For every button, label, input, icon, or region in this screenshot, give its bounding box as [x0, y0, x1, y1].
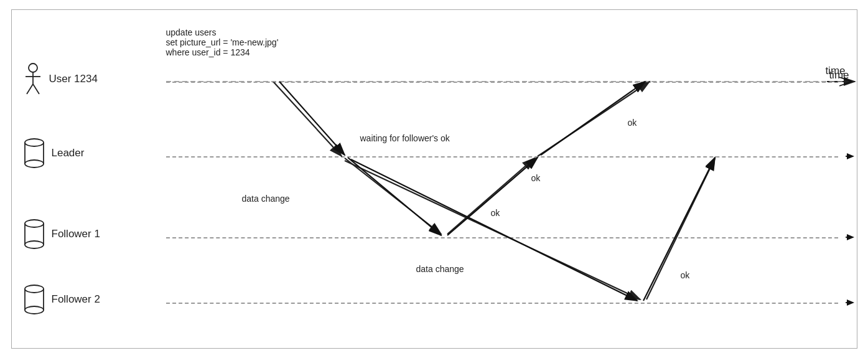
svg-line-4 — [33, 84, 39, 94]
cylinder-follower1-icon — [23, 219, 45, 250]
svg-line-21 — [345, 158, 441, 234]
actor-follower1: Follower 1 — [23, 219, 100, 250]
arrows-overlay — [12, 10, 857, 348]
svg-marker-43 — [847, 299, 854, 306]
svg-point-16 — [25, 306, 44, 314]
label-ok-follower1: ok — [491, 208, 500, 218]
person-icon — [23, 63, 43, 95]
svg-point-9 — [25, 220, 44, 227]
timeline-leader — [166, 156, 838, 158]
svg-point-8 — [25, 160, 44, 167]
follower1-label: Follower 1 — [52, 228, 100, 240]
sql-annotation: update users set picture_url = 'me-new.j… — [166, 27, 279, 57]
svg-line-31 — [839, 82, 852, 86]
cylinder-follower2-icon — [23, 284, 45, 315]
svg-line-23 — [447, 158, 534, 234]
leader-label: Leader — [52, 147, 85, 159]
user-label: User 1234 — [49, 73, 98, 85]
svg-point-5 — [25, 139, 44, 146]
main-arrows-svg — [12, 10, 857, 348]
svg-line-36 — [643, 158, 715, 301]
svg-line-3 — [27, 84, 33, 94]
svg-marker-39 — [847, 153, 854, 159]
label-data-change2: data change — [416, 264, 464, 274]
label-waiting: waiting for follower's ok — [360, 133, 450, 143]
svg-line-33 — [348, 158, 441, 235]
svg-point-12 — [25, 241, 44, 248]
svg-line-20 — [273, 82, 342, 156]
svg-line-35 — [447, 158, 538, 235]
timeline-follower2 — [166, 303, 838, 304]
label-ok-follower2: ok — [681, 270, 690, 280]
svg-point-0 — [29, 64, 37, 72]
timeline-follower1 — [166, 237, 838, 238]
label-ok-leader: ok — [531, 173, 541, 183]
svg-point-13 — [25, 285, 44, 293]
actor-follower2: Follower 2 — [23, 284, 100, 315]
label-data-change1: data change — [242, 194, 290, 204]
follower2-label: Follower 2 — [52, 293, 100, 306]
actor-user: User 1234 — [23, 63, 98, 95]
svg-line-34 — [351, 159, 637, 301]
svg-marker-41 — [847, 234, 854, 240]
timeline-user — [166, 82, 838, 83]
label-ok-user: ok — [628, 118, 637, 128]
svg-line-32 — [279, 82, 345, 155]
svg-line-22 — [345, 161, 640, 299]
actor-leader: Leader — [23, 138, 85, 169]
time-label-display: time — [829, 69, 849, 82]
cylinder-leader-icon — [23, 138, 45, 169]
diagram-container: update users set picture_url = 'me-new.j… — [11, 9, 857, 349]
